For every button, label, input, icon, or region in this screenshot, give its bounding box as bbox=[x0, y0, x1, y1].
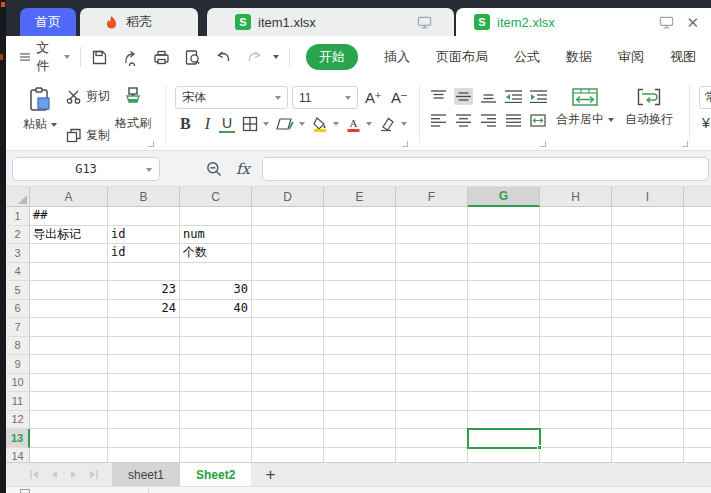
cell-F10[interactable] bbox=[396, 374, 468, 393]
cell-C3[interactable]: 个数 bbox=[180, 244, 252, 263]
first-sheet-icon[interactable] bbox=[30, 470, 39, 479]
cell-B6[interactable]: 24 bbox=[108, 300, 180, 319]
column-header-A[interactable]: A bbox=[30, 187, 108, 207]
select-all-corner[interactable] bbox=[6, 187, 30, 206]
cell-B7[interactable] bbox=[108, 318, 180, 337]
cell-A5[interactable] bbox=[30, 281, 108, 300]
row-header-12[interactable]: 12 bbox=[6, 411, 30, 430]
cell-E13[interactable] bbox=[324, 429, 396, 448]
cell-B3[interactable]: id bbox=[108, 244, 180, 263]
cell-I3[interactable] bbox=[612, 244, 684, 263]
column-header-H[interactable]: H bbox=[540, 187, 612, 207]
cell-G11[interactable] bbox=[468, 392, 540, 411]
row-header-10[interactable]: 10 bbox=[6, 374, 30, 393]
cell-D14[interactable] bbox=[252, 448, 324, 463]
cell-D4[interactable] bbox=[252, 263, 324, 282]
cell-G3[interactable] bbox=[468, 244, 540, 263]
cell-E8[interactable] bbox=[324, 337, 396, 356]
column-header-B[interactable]: B bbox=[108, 187, 180, 207]
cell-B2[interactable]: id bbox=[108, 226, 180, 245]
cell-A12[interactable] bbox=[30, 411, 108, 430]
font-size-select[interactable]: 11 bbox=[292, 86, 358, 109]
print-preview-icon[interactable] bbox=[184, 49, 201, 66]
cell-partial-11[interactable] bbox=[684, 392, 711, 411]
cell-C9[interactable] bbox=[180, 355, 252, 374]
justify-button[interactable] bbox=[504, 112, 523, 129]
cell-D8[interactable] bbox=[252, 337, 324, 356]
cell-B4[interactable] bbox=[108, 263, 180, 282]
text-orientation-button[interactable] bbox=[529, 112, 548, 129]
column-header-D[interactable]: D bbox=[252, 187, 324, 207]
cell-E10[interactable] bbox=[324, 374, 396, 393]
cell-H8[interactable] bbox=[540, 337, 612, 356]
number-format-select[interactable]: 常 bbox=[699, 86, 711, 109]
cell-F7[interactable] bbox=[396, 318, 468, 337]
cell-F5[interactable] bbox=[396, 281, 468, 300]
cell-D9[interactable] bbox=[252, 355, 324, 374]
row-header-13[interactable]: 13 bbox=[6, 429, 30, 448]
cell-I2[interactable] bbox=[612, 226, 684, 245]
cell-partial-2[interactable] bbox=[684, 226, 711, 245]
export-icon[interactable] bbox=[122, 49, 139, 66]
cell-G7[interactable] bbox=[468, 318, 540, 337]
next-sheet-icon[interactable] bbox=[70, 470, 77, 479]
cell-B8[interactable] bbox=[108, 337, 180, 356]
cell-E12[interactable] bbox=[324, 411, 396, 430]
sheet-tab-sheet2[interactable]: Sheet2 bbox=[180, 463, 251, 486]
column-header-G[interactable]: G bbox=[468, 187, 540, 207]
cell-E2[interactable] bbox=[324, 226, 396, 245]
cell-H4[interactable] bbox=[540, 263, 612, 282]
cell-A8[interactable] bbox=[30, 337, 108, 356]
cell-C13[interactable] bbox=[180, 429, 252, 448]
cell-partial-3[interactable] bbox=[684, 244, 711, 263]
row-header-5[interactable]: 5 bbox=[6, 281, 30, 300]
cell-D2[interactable] bbox=[252, 226, 324, 245]
cell-E11[interactable] bbox=[324, 392, 396, 411]
cell-F6[interactable] bbox=[396, 300, 468, 319]
increase-indent-button[interactable] bbox=[529, 88, 548, 105]
borders-button[interactable] bbox=[240, 115, 271, 133]
cell-G12[interactable] bbox=[468, 411, 540, 430]
cell-A1[interactable]: ## bbox=[30, 207, 108, 226]
row-header-6[interactable]: 6 bbox=[6, 300, 30, 319]
cell-H12[interactable] bbox=[540, 411, 612, 430]
row-header-7[interactable]: 7 bbox=[6, 318, 30, 337]
cell-A3[interactable] bbox=[30, 244, 108, 263]
ribbon-tab-formulas[interactable]: 公式 bbox=[514, 48, 540, 66]
cell-partial-4[interactable] bbox=[684, 263, 711, 282]
cell-A9[interactable] bbox=[30, 355, 108, 374]
cell-G2[interactable] bbox=[468, 226, 540, 245]
group-expander-icon[interactable] bbox=[402, 141, 408, 147]
cell-E9[interactable] bbox=[324, 355, 396, 374]
name-box[interactable]: G13 bbox=[12, 157, 160, 181]
cell-F2[interactable] bbox=[396, 226, 468, 245]
row-header-3[interactable]: 3 bbox=[6, 244, 30, 263]
tab-item1[interactable]: S item1.xlsx bbox=[207, 8, 454, 36]
formula-input[interactable] bbox=[262, 157, 709, 181]
last-sheet-icon[interactable] bbox=[89, 470, 98, 479]
cell-C2[interactable]: num bbox=[180, 226, 252, 245]
cell-partial-12[interactable] bbox=[684, 411, 711, 430]
currency-format-button[interactable]: ¥ bbox=[699, 115, 711, 131]
cell-H1[interactable] bbox=[540, 207, 612, 226]
group-expander-icon[interactable] bbox=[148, 141, 154, 147]
align-bottom-button[interactable] bbox=[479, 88, 498, 105]
italic-button[interactable]: I bbox=[199, 115, 216, 133]
underline-button[interactable]: U bbox=[219, 116, 235, 133]
merge-center-button[interactable]: 合并居中 bbox=[554, 85, 616, 150]
wrap-text-button[interactable]: 自动换行 bbox=[618, 85, 680, 150]
cell-A2[interactable]: 导出标记 bbox=[30, 226, 108, 245]
cell-E3[interactable] bbox=[324, 244, 396, 263]
row-header-8[interactable]: 8 bbox=[6, 337, 30, 356]
cell-D6[interactable] bbox=[252, 300, 324, 319]
quick-access-dropdown-icon[interactable] bbox=[273, 55, 279, 59]
column-header-F[interactable]: F bbox=[396, 187, 468, 207]
cell-G10[interactable] bbox=[468, 374, 540, 393]
screen-share-icon[interactable] bbox=[417, 16, 432, 29]
cell-I11[interactable] bbox=[612, 392, 684, 411]
paste-button[interactable]: 粘贴 bbox=[18, 85, 62, 150]
cell-H5[interactable] bbox=[540, 281, 612, 300]
column-header-partial[interactable] bbox=[684, 187, 711, 207]
cell-I5[interactable] bbox=[612, 281, 684, 300]
cell-partial-14[interactable] bbox=[684, 448, 711, 463]
